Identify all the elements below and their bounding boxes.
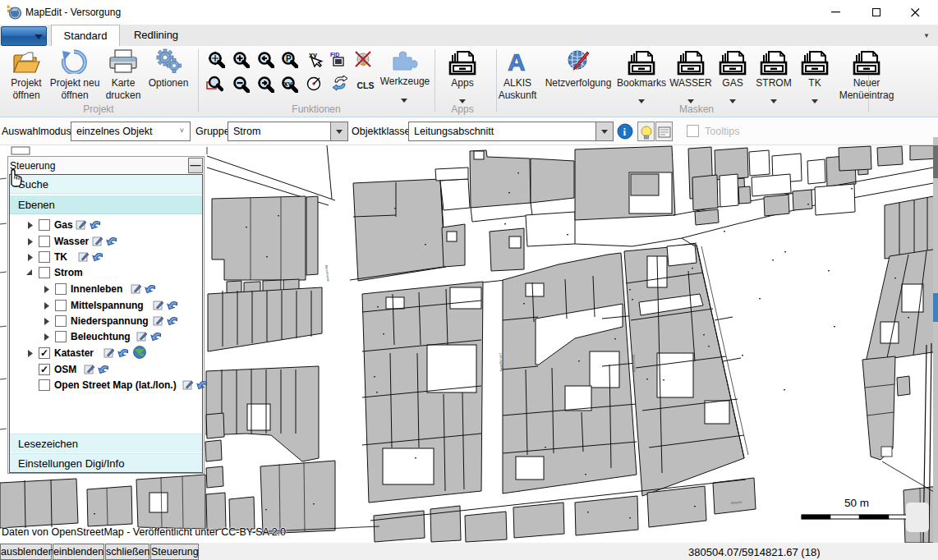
svg-text:xy: xy <box>284 80 292 88</box>
svg-text:A: A <box>508 49 526 74</box>
svg-text:i: i <box>623 126 627 138</box>
svg-text:P: P <box>286 54 292 63</box>
svg-text:FID: FID <box>330 52 339 57</box>
